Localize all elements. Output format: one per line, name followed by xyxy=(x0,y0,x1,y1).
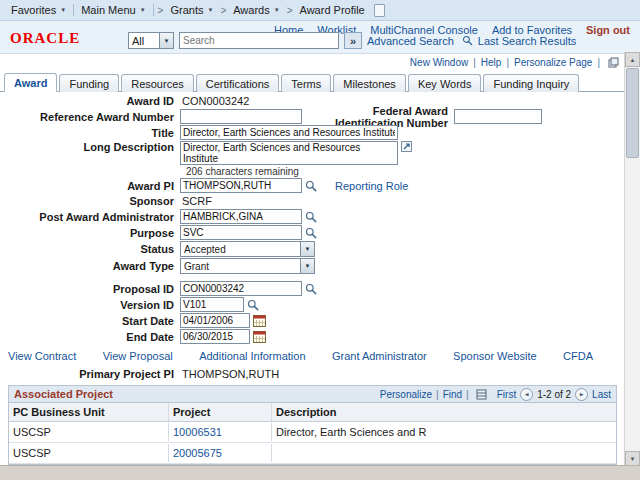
award-type-label: Award Type xyxy=(0,260,180,272)
project-link[interactable]: 20005675 xyxy=(173,447,222,459)
purpose-label: Purpose xyxy=(0,227,180,239)
award-id-value: CON0003242 xyxy=(180,95,249,107)
scroll-up-icon[interactable]: ▲ xyxy=(625,52,640,67)
title-field[interactable] xyxy=(180,125,398,140)
additional-information-link[interactable]: Additional Information xyxy=(199,350,305,362)
breadcrumb-grants[interactable]: Grants ▼ xyxy=(165,4,218,16)
sponsor-label: Sponsor xyxy=(0,195,180,207)
sign-out-link[interactable]: Sign out xyxy=(586,24,630,36)
reporting-role-link[interactable]: Reporting Role xyxy=(335,180,408,192)
reference-award-number-field[interactable] xyxy=(180,109,302,124)
title-label: Title xyxy=(0,127,180,139)
personalize-link[interactable]: Personalize xyxy=(380,389,432,400)
personalize-page-link[interactable]: Personalize Page xyxy=(514,57,592,68)
tab-milestones[interactable]: Milestones xyxy=(333,74,406,92)
grant-administrator-link[interactable]: Grant Administrator xyxy=(332,350,427,362)
version-id-field[interactable] xyxy=(180,297,244,312)
related-links-row: View Contract View Proposal Additional I… xyxy=(8,348,593,363)
cfda-link[interactable]: CFDA xyxy=(563,350,593,362)
tab-key-words[interactable]: Key Words xyxy=(408,74,482,92)
oracle-logo: ORACLE xyxy=(10,30,80,47)
chevron-down-icon: ▼ xyxy=(300,259,314,273)
search-input[interactable] xyxy=(179,32,339,49)
next-row-icon[interactable]: ▶ xyxy=(575,388,588,401)
status-label: Status xyxy=(0,243,180,255)
portal-header: ORACLE Home Worklist MultiChannel Consol… xyxy=(0,21,640,54)
purpose-field[interactable] xyxy=(180,225,302,240)
last-search-results-icon xyxy=(462,35,473,46)
window-bottom-strip xyxy=(0,465,640,480)
breadcrumb-awards[interactable]: Awards ▼ xyxy=(228,4,284,16)
chevron-down-icon: ▼ xyxy=(300,242,314,256)
calendar-icon[interactable] xyxy=(253,330,266,343)
breadcrumb-label: Awards xyxy=(233,4,269,16)
search-go-button[interactable]: » xyxy=(344,32,362,49)
sponsor-value: SCRF xyxy=(180,195,212,207)
tab-resources[interactable]: Resources xyxy=(121,74,194,92)
breadcrumb-main-menu[interactable]: Main Menu ▼ xyxy=(76,4,150,16)
column-header-description: Description xyxy=(272,403,616,421)
end-date-field[interactable] xyxy=(180,329,250,344)
view-all-icon[interactable] xyxy=(476,389,487,400)
grid-tools: Personalize Find First ◀ 1-2 of 2 ▶ Last xyxy=(380,388,611,401)
table-row: USCSP 10006531 Director, Earth Sciences … xyxy=(9,422,616,443)
scroll-down-icon[interactable]: ▼ xyxy=(625,451,640,466)
project-link[interactable]: 10006531 xyxy=(173,426,222,438)
breadcrumb-separator-icon xyxy=(287,5,293,16)
award-profile-window: Favorites ▼ Main Menu ▼ Grants ▼ Awards … xyxy=(0,0,640,480)
tab-certifications[interactable]: Certifications xyxy=(196,74,280,92)
award-pi-field[interactable] xyxy=(180,178,302,193)
tab-funding[interactable]: Funding xyxy=(59,74,119,92)
lookup-icon[interactable] xyxy=(305,283,317,295)
column-header-project: Project xyxy=(169,403,272,421)
start-date-label: Start Date xyxy=(0,315,180,327)
lookup-icon[interactable] xyxy=(305,180,317,192)
post-award-admin-field[interactable] xyxy=(180,209,302,224)
breadcrumb: Favorites ▼ Main Menu ▼ Grants ▼ Awards … xyxy=(0,0,640,21)
page-marker-icon xyxy=(374,4,385,17)
lookup-icon[interactable] xyxy=(305,227,317,239)
start-date-field[interactable] xyxy=(180,313,250,328)
divider xyxy=(473,57,476,68)
award-type-select[interactable]: Grant ▼ xyxy=(180,258,315,274)
column-header-pc-business-unit: PC Business Unit xyxy=(9,403,169,421)
lookup-icon[interactable] xyxy=(247,299,259,311)
proposal-id-field[interactable] xyxy=(180,281,302,296)
award-type-value: Grant xyxy=(181,261,300,272)
help-link[interactable]: Help xyxy=(481,57,502,68)
breadcrumb-separator-icon xyxy=(158,5,164,16)
last-search-results-link[interactable]: Last Search Results xyxy=(478,35,576,47)
sponsor-website-link[interactable]: Sponsor Website xyxy=(453,350,537,362)
page-tools: New Window Help Personalize Page xyxy=(0,54,625,70)
breadcrumb-award-profile[interactable]: Award Profile xyxy=(295,4,370,16)
view-proposal-link[interactable]: View Proposal xyxy=(103,350,173,362)
federal-award-id-field[interactable] xyxy=(454,109,542,124)
tab-terms[interactable]: Terms xyxy=(281,74,331,92)
view-contract-link[interactable]: View Contract xyxy=(8,350,76,362)
long-description-field[interactable]: Director, Earth Sciences and Resources I… xyxy=(180,141,398,165)
primary-project-pi-label: Primary Project PI xyxy=(0,368,180,380)
divider xyxy=(506,57,509,68)
award-id-label: Award ID xyxy=(0,95,180,107)
advanced-search-link[interactable]: Advanced Search xyxy=(367,35,454,47)
calendar-icon[interactable] xyxy=(253,314,266,327)
tab-award[interactable]: Award xyxy=(4,73,57,92)
expand-icon[interactable] xyxy=(401,141,412,152)
new-window-link[interactable]: New Window xyxy=(410,57,468,68)
previous-row-icon[interactable]: ◀ xyxy=(520,388,533,401)
tab-funding-inquiry[interactable]: Funding Inquiry xyxy=(483,74,579,92)
search-scope-select[interactable]: All ▼ xyxy=(128,32,174,49)
first-link[interactable]: First xyxy=(497,389,516,400)
chevron-down-icon: ▼ xyxy=(159,33,173,48)
copy-url-icon[interactable] xyxy=(608,57,619,68)
breadcrumb-favorites[interactable]: Favorites ▼ xyxy=(6,4,71,16)
vertical-scrollbar[interactable]: ▲ ▼ xyxy=(624,52,640,466)
last-link[interactable]: Last xyxy=(592,389,611,400)
status-value: Accepted xyxy=(181,244,300,255)
scrollbar-thumb[interactable] xyxy=(626,68,639,158)
grid-column-headers: PC Business Unit Project Description xyxy=(9,403,616,422)
find-link[interactable]: Find xyxy=(443,389,462,400)
divider xyxy=(73,4,74,16)
lookup-icon[interactable] xyxy=(305,211,317,223)
status-select[interactable]: Accepted ▼ xyxy=(180,241,315,257)
